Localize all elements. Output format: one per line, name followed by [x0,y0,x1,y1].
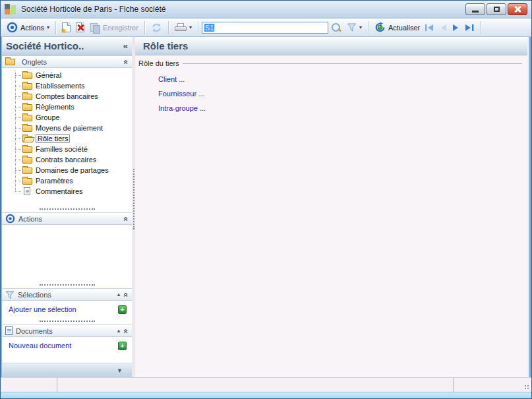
chevron-down-icon: ▾ [47,24,49,30]
nav-last-button[interactable] [463,22,477,33]
next-record-icon [452,24,461,32]
collapse-panel-icon[interactable]: « [123,292,130,297]
minimize-icon [472,11,479,13]
sidebar-collapse-icon[interactable]: « [123,41,128,51]
tree-item-moyens-de-paiement[interactable]: Moyens de paiement [2,123,132,133]
refresh-button[interactable] [148,21,165,34]
actions-label: Actions [20,24,44,32]
maximize-button[interactable] [487,3,506,15]
client-link[interactable]: Client ... [158,75,522,90]
window-title: Société Horticole de Paris - Fiche socié… [21,5,165,14]
tree-item-general[interactable]: Général [2,70,132,80]
app-icon [5,4,16,15]
first-record-icon [425,24,434,32]
scroll-up-icon[interactable]: ▴ [117,328,121,334]
close-button[interactable] [508,3,527,15]
panel-documents-header[interactable]: Documents ▴ « [2,324,132,337]
folder-icon [22,115,32,121]
collapse-panel-icon[interactable]: « [123,216,130,221]
document-link-row: Nouveau document + [2,337,132,354]
search-button[interactable] [328,21,344,34]
collapse-panel-icon[interactable]: « [123,59,130,64]
sidebar-header: Société Hortico.. « [2,37,132,55]
tree-item-reglements[interactable]: Règlements [2,102,132,112]
status-cell-left [1,378,57,392]
panel-selections-header[interactable]: Sélections ▴ « [2,288,132,301]
save-label: Enregistrer [103,24,138,32]
add-selection-plus-button[interactable]: + [118,305,127,314]
resize-grip[interactable] [522,378,531,392]
status-cell-right [454,378,522,392]
toolbar-separator [480,21,481,34]
tree-item-etablissements[interactable]: Etablissements [2,80,132,91]
onglets-tree: Général Etablissements Comptes bancaires… [2,68,132,197]
actualiser-button[interactable]: Actualiser [372,20,423,34]
tree-item-commentaires[interactable]: Commentaires [2,186,132,197]
delete-record-button[interactable] [73,21,87,34]
tree-item-domaines-de-partages[interactable]: Domaines de partages [2,165,132,175]
nav-next-button[interactable] [450,22,463,33]
new-record-button[interactable]: ★ [59,21,73,34]
toolbar-separator [168,21,169,34]
search-input[interactable]: S1 [202,22,328,34]
folder-icon [22,168,32,174]
filter-button[interactable]: ▾ [344,21,365,34]
tree-item-parametres[interactable]: Paramètres [2,175,132,186]
fournisseur-link[interactable]: Fournisseur ... [158,90,522,104]
folder-icon [22,104,32,111]
scroll-up-icon[interactable]: ▴ [117,292,121,297]
open-folder-icon [22,136,32,142]
horizontal-splitter[interactable] [2,282,132,288]
minimize-button[interactable] [465,3,485,15]
folder-icon [22,83,32,90]
selection-link-row: Ajouter une sélection + [2,301,132,318]
restore-icon [494,7,500,12]
delete-page-icon [76,22,84,32]
folder-icon [22,178,32,185]
panel-onglets-header[interactable]: Onglets « [2,55,132,68]
page-header: Rôle tiers [135,37,527,55]
funnel-icon [347,22,357,32]
group-legend: Rôle du tiers [138,59,179,67]
printer-icon [175,23,187,32]
save-button[interactable]: Enregistrer [87,21,141,34]
actions-menu-button[interactable]: Actions ▾ [4,20,52,34]
grip-dots-icon [524,384,530,390]
onglets-title: Onglets [22,58,47,66]
add-selection-link[interactable]: Ajouter une sélection [9,305,76,313]
tree-item-familles-societe[interactable]: Familles société [2,144,132,154]
role-tiers-content: Rôle du tiers Client ... Fournisseur ...… [135,55,527,119]
folder-icon [22,146,32,153]
tree-item-role-tiers[interactable]: Rôle tiers [2,133,132,144]
page-title: Rôle tiers [143,40,188,51]
new-document-link[interactable]: Nouveau document [9,342,71,350]
title-bar: Société Horticole de Paris - Fiche socié… [1,1,531,18]
panel-actions-header[interactable]: Actions « [2,212,132,225]
note-icon [24,187,30,195]
sidebar-bottom-bar[interactable]: ▼ [2,363,132,377]
selections-title: Sélections [18,291,51,299]
tree-item-comptes-bancaires[interactable]: Comptes bancaires [2,91,132,102]
collapse-panel-icon[interactable]: « [123,328,130,333]
print-dropdown-icon: ▾ [189,24,192,30]
save-icon [90,22,100,33]
horizontal-splitter[interactable] [2,206,132,212]
vertical-splitter[interactable] [132,37,135,377]
documents-title: Documents [16,327,53,335]
toolbar-separator [198,21,198,34]
tree-item-contrats-bancaires[interactable]: Contrats bancaires [2,154,132,165]
application-window: Société Horticole de Paris - Fiche socié… [0,0,532,399]
previous-record-icon [438,24,448,32]
funnel-icon [5,290,15,299]
close-icon [514,6,521,13]
nav-previous-button[interactable] [436,22,450,33]
horizontal-splitter[interactable] [2,318,132,324]
tree-item-groupe[interactable]: Groupe [2,112,132,123]
print-button[interactable]: ▾ [172,22,194,34]
sidebar: Société Hortico.. « Onglets « Général Et… [2,37,132,377]
window-bottom-edge [1,392,531,398]
intra-groupe-link[interactable]: Intra-groupe ... [158,104,522,119]
nav-first-button[interactable] [423,22,436,33]
new-document-plus-button[interactable]: + [118,342,127,350]
new-page-icon: ★ [62,22,71,32]
